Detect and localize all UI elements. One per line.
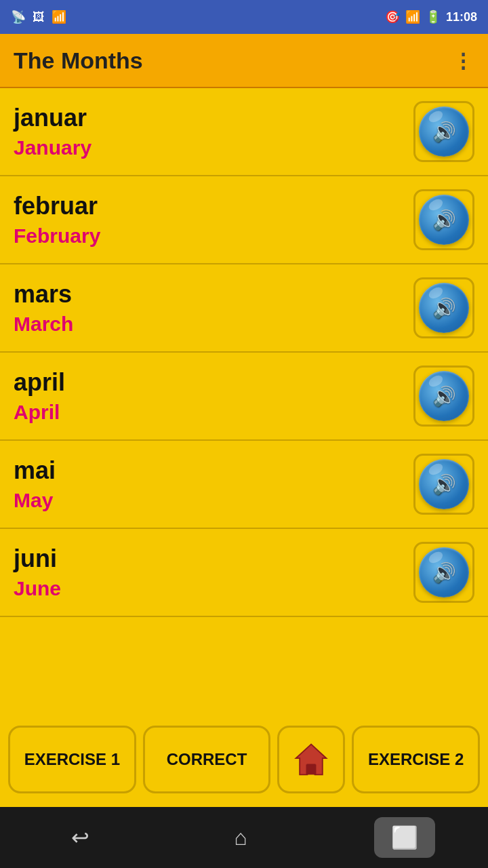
- bottom-buttons: EXERCISE 1 CORRECT EXERCISE 2: [0, 712, 488, 807]
- month-text-februar: februar February: [14, 192, 100, 248]
- list-item: juni June 🔊: [0, 529, 488, 617]
- month-text-juni: juni June: [14, 545, 61, 600]
- month-native: mai: [14, 456, 56, 485]
- month-native: januar: [14, 104, 92, 132]
- correct-button[interactable]: CORRECT: [143, 726, 271, 793]
- list-item: april April 🔊: [0, 353, 488, 441]
- month-english: May: [14, 489, 56, 512]
- recents-nav-button[interactable]: ⬜: [374, 817, 435, 858]
- audio-button-mars[interactable]: 🔊: [413, 277, 474, 338]
- month-text-mai: mai May: [14, 456, 56, 512]
- audio-circle: 🔊: [419, 371, 469, 421]
- home-nav-button[interactable]: ⌂: [214, 817, 268, 858]
- month-text-mars: mars March: [14, 280, 73, 336]
- audio-circle: 🔊: [419, 459, 469, 509]
- speaker-icon: 🔊: [432, 209, 456, 231]
- audio-button-februar[interactable]: 🔊: [413, 189, 474, 250]
- month-english: January: [14, 136, 92, 159]
- list-item: februar February 🔊: [0, 176, 488, 264]
- image-icon: 🖼: [33, 10, 45, 24]
- month-english: June: [14, 577, 61, 600]
- exercise1-button[interactable]: EXERCISE 1: [8, 726, 136, 793]
- nav-bar: ↩ ⌂ ⬜: [0, 807, 488, 868]
- month-english: April: [14, 401, 65, 424]
- month-text-april: april April: [14, 368, 65, 424]
- broadcast-icon: 📡: [11, 9, 26, 24]
- exercise2-button[interactable]: EXERCISE 2: [352, 726, 480, 793]
- list-item: januar January 🔊: [0, 88, 488, 176]
- audio-button-januar[interactable]: 🔊: [413, 101, 474, 162]
- battery-icon: 🔋: [426, 9, 441, 24]
- month-native: juni: [14, 545, 61, 573]
- menu-button[interactable]: ⋮: [453, 49, 474, 73]
- app-header: The Months ⋮: [0, 34, 488, 88]
- list-item: mai May 🔊: [0, 441, 488, 529]
- month-english: March: [14, 313, 73, 336]
- signal-icon: 📶: [405, 9, 420, 24]
- audio-circle: 🔊: [419, 195, 469, 245]
- month-english: February: [14, 224, 100, 248]
- recents-icon: ⬜: [391, 825, 418, 850]
- speaker-icon: 🔊: [432, 385, 456, 408]
- speaker-icon: 🔊: [432, 473, 456, 496]
- speaker-icon: 🔊: [432, 561, 456, 584]
- month-native: mars: [14, 280, 73, 309]
- page-title: The Months: [14, 47, 143, 74]
- month-native: april: [14, 368, 65, 397]
- speaker-icon: 🔊: [432, 297, 456, 319]
- speaker-icon: 🔊: [432, 121, 456, 143]
- audio-circle: 🔊: [419, 106, 469, 157]
- home-nav-icon: ⌂: [234, 825, 247, 850]
- month-list: januar January 🔊 februar February 🔊 mars…: [0, 88, 488, 712]
- audio-circle: 🔊: [419, 547, 469, 597]
- audio-circle: 🔊: [419, 283, 469, 333]
- svg-rect-1: [306, 764, 317, 774]
- status-bar: 📡 🖼 📶 🎯 📶 🔋 11:08: [0, 0, 488, 34]
- wifi-icon: 📶: [52, 9, 66, 24]
- back-icon: ↩: [71, 825, 89, 850]
- home-icon: [292, 741, 330, 778]
- month-native: februar: [14, 192, 100, 220]
- audio-button-juni[interactable]: 🔊: [413, 542, 474, 603]
- list-item: mars March 🔊: [0, 264, 488, 353]
- target-icon: 🎯: [385, 9, 400, 24]
- month-text-januar: januar January: [14, 104, 92, 159]
- clock: 11:08: [446, 10, 477, 24]
- home-button[interactable]: [277, 726, 345, 793]
- status-left-icons: 📡 🖼 📶: [11, 9, 66, 24]
- audio-button-april[interactable]: 🔊: [413, 366, 474, 427]
- audio-button-mai[interactable]: 🔊: [413, 454, 474, 515]
- back-nav-button[interactable]: ↩: [53, 817, 107, 858]
- status-right-icons: 🎯 📶 🔋 11:08: [385, 9, 477, 24]
